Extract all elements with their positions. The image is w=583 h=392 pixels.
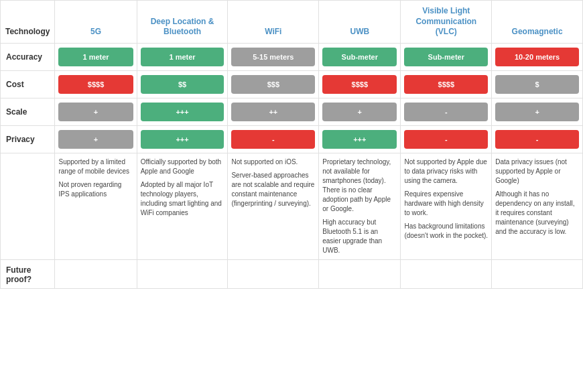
header-row: Technology 5G Deep Location &Bluetooth W… bbox=[1, 1, 583, 44]
note-vlc-3: Has background limitations (doesn't work… bbox=[404, 222, 488, 241]
notes-5g: Supported by a limited range of mobile d… bbox=[55, 153, 137, 259]
accuracy-label: Accuracy bbox=[1, 43, 55, 70]
future-wifi bbox=[228, 259, 319, 288]
cost-dlb-value: $$ bbox=[141, 75, 224, 94]
note-5g-1: Supported by a limited range of mobile d… bbox=[58, 157, 133, 176]
scale-5g-value: + bbox=[58, 103, 133, 121]
accuracy-geo-value: 10-20 meters bbox=[495, 48, 579, 66]
scale-row: Scale + +++ ++ + - + bbox=[1, 98, 583, 125]
future-row: Futureproof? bbox=[1, 259, 583, 288]
privacy-uwb: +++ bbox=[319, 125, 401, 153]
accuracy-vlc-value: Sub-meter bbox=[404, 48, 488, 66]
col-header-2: Deep Location &Bluetooth bbox=[137, 1, 228, 44]
accuracy-5g: 1 meter bbox=[55, 43, 137, 70]
scale-label: Scale bbox=[1, 98, 55, 125]
notes-uwb: Proprietary technology, not available fo… bbox=[319, 153, 401, 259]
future-dlb bbox=[137, 259, 228, 288]
cost-geo: $ bbox=[492, 70, 583, 98]
col-header-4: UWB bbox=[319, 1, 401, 44]
note-uwb-1: Proprietary technology, not available fo… bbox=[322, 157, 397, 214]
notes-row: Supported by a limited range of mobile d… bbox=[1, 153, 583, 259]
privacy-vlc-value: - bbox=[404, 130, 488, 149]
col-header-0: Technology bbox=[1, 1, 55, 44]
note-wifi-2: Server-based approaches are not scalable… bbox=[231, 171, 315, 208]
scale-geo: + bbox=[492, 98, 583, 125]
accuracy-wifi: 5-15 meters bbox=[228, 43, 319, 70]
accuracy-geo: 10-20 meters bbox=[492, 43, 583, 70]
col-header-3: WiFi bbox=[228, 1, 319, 44]
privacy-vlc: - bbox=[401, 125, 492, 153]
cost-uwb: $$$$ bbox=[319, 70, 401, 98]
privacy-5g: + bbox=[55, 125, 137, 153]
accuracy-uwb-value: Sub-meter bbox=[322, 48, 397, 66]
scale-uwb-value: + bbox=[322, 103, 397, 121]
scale-vlc-value: - bbox=[404, 103, 488, 121]
future-uwb bbox=[319, 259, 401, 288]
scale-vlc: - bbox=[401, 98, 492, 125]
future-vlc bbox=[401, 259, 492, 288]
note-vlc-1: Not supported by Apple due to data priva… bbox=[404, 157, 488, 186]
cost-vlc: $$$$ bbox=[401, 70, 492, 98]
privacy-uwb-value: +++ bbox=[322, 130, 397, 149]
col-header-1: 5G bbox=[55, 1, 137, 44]
future-5g bbox=[55, 259, 137, 288]
accuracy-5g-value: 1 meter bbox=[58, 48, 133, 66]
note-dlb-1: Officially supported by both Apple and G… bbox=[141, 157, 224, 176]
accuracy-wifi-value: 5-15 meters bbox=[231, 48, 315, 66]
accuracy-row: Accuracy 1 meter 1 meter 5-15 meters Sub… bbox=[1, 43, 583, 70]
cost-wifi: $$$ bbox=[228, 70, 319, 98]
note-wifi-1: Not supported on iOS. bbox=[231, 157, 315, 167]
col-header-6: Geomagnetic bbox=[492, 1, 583, 44]
privacy-dlb: +++ bbox=[137, 125, 228, 153]
notes-geo: Data privacy issues (not supported by Ap… bbox=[492, 153, 583, 259]
cost-5g-value: $$$$ bbox=[58, 75, 133, 94]
privacy-wifi-value: - bbox=[231, 130, 315, 149]
accuracy-uwb: Sub-meter bbox=[319, 43, 401, 70]
scale-5g: + bbox=[55, 98, 137, 125]
cost-row: Cost $$$$ $$ $$$ $$$$ $$$$ $ bbox=[1, 70, 583, 98]
cost-uwb-value: $$$$ bbox=[322, 75, 397, 94]
future-geo bbox=[492, 259, 583, 288]
cost-geo-value: $ bbox=[495, 75, 579, 94]
cost-wifi-value: $$$ bbox=[231, 75, 315, 94]
accuracy-vlc: Sub-meter bbox=[401, 43, 492, 70]
note-vlc-2: Requires expensive hardware with high de… bbox=[404, 190, 488, 218]
cost-vlc-value: $$$$ bbox=[404, 75, 488, 94]
accuracy-dlb: 1 meter bbox=[137, 43, 228, 70]
note-5g-2: Not proven regarding IPS applications bbox=[58, 180, 133, 199]
privacy-geo-value: - bbox=[495, 130, 579, 149]
col-header-5: Visible LightCommunication(VLC) bbox=[401, 1, 492, 44]
scale-geo-value: + bbox=[495, 103, 579, 121]
privacy-5g-value: + bbox=[58, 130, 133, 149]
notes-vlc: Not supported by Apple due to data priva… bbox=[401, 153, 492, 259]
scale-dlb: +++ bbox=[137, 98, 228, 125]
cost-dlb: $$ bbox=[137, 70, 228, 98]
scale-dlb-value: +++ bbox=[141, 103, 224, 121]
notes-wifi: Not supported on iOS. Server-based appro… bbox=[228, 153, 319, 259]
note-dlb-2: Adopted by all major IoT technology play… bbox=[141, 180, 224, 218]
note-geo-2: Although it has no dependency on any ins… bbox=[495, 190, 579, 237]
privacy-label: Privacy bbox=[1, 125, 55, 153]
cost-label: Cost bbox=[1, 70, 55, 98]
cost-5g: $$$$ bbox=[55, 70, 137, 98]
scale-uwb: + bbox=[319, 98, 401, 125]
scale-wifi: ++ bbox=[228, 98, 319, 125]
note-uwb-2: High accuracy but Bluetooth 5.1 is an ea… bbox=[322, 218, 397, 255]
privacy-geo: - bbox=[492, 125, 583, 153]
future-label: Futureproof? bbox=[1, 259, 55, 288]
privacy-wifi: - bbox=[228, 125, 319, 153]
privacy-row: Privacy + +++ - +++ - - bbox=[1, 125, 583, 153]
note-geo-1: Data privacy issues (not supported by Ap… bbox=[495, 157, 579, 186]
notes-label bbox=[1, 153, 55, 259]
scale-wifi-value: ++ bbox=[231, 103, 315, 121]
accuracy-dlb-value: 1 meter bbox=[141, 48, 224, 66]
notes-dlb: Officially supported by both Apple and G… bbox=[137, 153, 228, 259]
privacy-dlb-value: +++ bbox=[141, 130, 224, 149]
comparison-table: Technology 5G Deep Location &Bluetooth W… bbox=[0, 0, 583, 289]
comparison-table-wrapper: Technology 5G Deep Location &Bluetooth W… bbox=[0, 0, 583, 289]
